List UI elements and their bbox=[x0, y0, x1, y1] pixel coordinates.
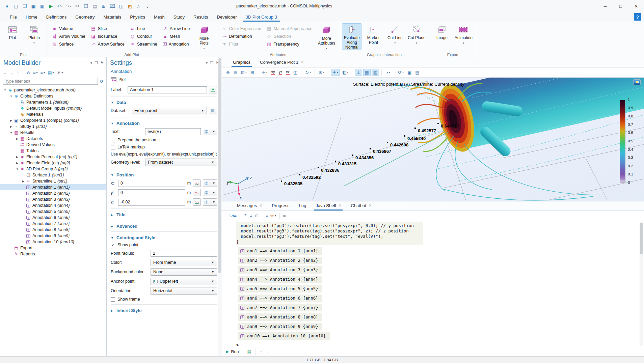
ribbon-tab-geometry[interactable]: Geometry bbox=[71, 12, 99, 22]
tree-item-results[interactable]: ▼▦Results bbox=[0, 130, 106, 136]
tree-item-annotation-8[interactable]: TAnnotation 8{ann8} bbox=[0, 227, 106, 233]
save-icon[interactable]: ▣ bbox=[30, 2, 37, 10]
expand-up-icon[interactable]: ⇡ bbox=[243, 213, 247, 218]
tree-item-materials[interactable]: ◉Materials bbox=[0, 111, 106, 117]
expander-open-icon[interactable]: ▼ bbox=[3, 89, 7, 92]
ribbon-tab-results[interactable]: Results bbox=[189, 12, 212, 22]
history-down-icon[interactable]: ↓ bbox=[266, 350, 268, 354]
y-expression-split-button[interactable]: ▼ bbox=[203, 189, 217, 196]
tree-item-3d-plot-group-3[interactable]: ▼■3D Plot Group 3{pg3} bbox=[0, 166, 106, 172]
annotation-button[interactable]: TAnnotation bbox=[160, 42, 192, 47]
tree-item-annotation-4[interactable]: TAnnotation 4{ann4} bbox=[0, 202, 106, 208]
dataset-select[interactable]: From parent▼ bbox=[132, 107, 207, 114]
filter-icon[interactable]: ▼▾ bbox=[56, 70, 63, 75]
panel-menu-icon[interactable]: ▾ bbox=[206, 61, 208, 65]
command-list-icon[interactable]: ▤ bbox=[247, 349, 251, 354]
console-tab-log[interactable]: Log bbox=[295, 203, 311, 211]
close-icon[interactable]: ✕ bbox=[259, 203, 262, 208]
z-range-button[interactable] bbox=[193, 198, 201, 206]
show-values-icon[interactable]: a= bbox=[232, 213, 237, 218]
java-shell-output[interactable]: model.result("pg3").feature(tag).set("po… bbox=[222, 221, 639, 347]
panel-float-icon[interactable]: ❐ bbox=[210, 61, 213, 65]
zoom-in-icon[interactable]: ⊕ bbox=[225, 69, 231, 76]
contour-button[interactable]: ◎Contour bbox=[128, 34, 160, 39]
transparency-button[interactable]: ▥Transparency bbox=[264, 41, 315, 47]
tree-item-tables[interactable]: ▦Tables bbox=[0, 148, 106, 154]
console-tab-java-shell[interactable]: Java Shell✕ bbox=[312, 203, 345, 211]
volume-button[interactable]: ■Volume bbox=[50, 26, 88, 31]
tree-item-datasets[interactable]: ▶▦Datasets bbox=[0, 136, 106, 142]
move-down-icon[interactable]: ↓ bbox=[22, 70, 24, 75]
plot-button[interactable]: Plot bbox=[3, 23, 22, 50]
ribbon-tab-mesh[interactable]: Mesh bbox=[150, 12, 169, 22]
animation-button[interactable]: Animation▾ bbox=[454, 23, 473, 50]
print-icon[interactable]: ▤ bbox=[414, 69, 421, 76]
arrow-surface-button[interactable]: ↗Arrow Surface bbox=[88, 41, 127, 47]
panel-menu-icon[interactable]: ▾ bbox=[90, 61, 92, 65]
show-color-legend-icon[interactable]: ▥ bbox=[372, 69, 379, 76]
deselect-icon[interactable]: ◩ bbox=[126, 2, 134, 10]
go-to-default-view-icon[interactable]: ✛▾ bbox=[261, 69, 269, 76]
latex-markup-checkbox[interactable]: LaTeX markup bbox=[111, 145, 217, 149]
show-icon[interactable]: ⊙ bbox=[27, 70, 30, 75]
snapshot-icon[interactable]: ▣ bbox=[406, 69, 413, 76]
text-expression-split-button[interactable]: ▼ bbox=[203, 128, 217, 135]
shell-prompt[interactable]: > bbox=[236, 342, 639, 347]
tree-item-annotation-5[interactable]: TAnnotation 5{ann5} bbox=[0, 208, 106, 215]
tree-item-parameters-1[interactable]: PᵢParameters 1{default} bbox=[0, 99, 106, 105]
view-xz-icon[interactable]: xz bbox=[285, 70, 291, 75]
rotate-icon[interactable]: ↻▾ bbox=[304, 69, 312, 76]
perspective-icon[interactable]: ◫ bbox=[292, 69, 299, 76]
ribbon-tab-file[interactable]: File bbox=[5, 12, 21, 22]
cut-line-button[interactable]: Cut Line▾ bbox=[385, 23, 405, 50]
expand-all-icon[interactable]: ≡▾ bbox=[41, 70, 45, 75]
anchor-point-select[interactable]: Upper left▼ bbox=[151, 278, 217, 285]
tree-item-default-model-inputs[interactable]: ❖Default Model Inputs{cminpt} bbox=[0, 105, 106, 111]
section-inherit-style[interactable]: ▶ Inherit Style bbox=[111, 308, 217, 313]
tree-item-surface-1[interactable]: ❏Surface 1{surf1} bbox=[0, 172, 106, 178]
tree-item-annotation-1[interactable]: TAnnotation 1{ann1} bbox=[0, 184, 106, 190]
close-icon[interactable]: ✕ bbox=[369, 203, 372, 208]
undo-icon[interactable]: ↶▾ bbox=[56, 2, 63, 10]
preview-icon[interactable]: ⊙ bbox=[255, 213, 259, 218]
ribbon-tab-materials[interactable]: Materials bbox=[99, 12, 126, 22]
tree-item-export[interactable]: ⬒Export bbox=[0, 245, 106, 251]
z-input[interactable] bbox=[118, 199, 185, 206]
x-expression-split-button[interactable]: ▼ bbox=[203, 179, 217, 187]
back-icon[interactable]: ← bbox=[3, 70, 7, 75]
expander-closed-icon[interactable]: ▶ bbox=[9, 119, 14, 122]
line-button[interactable]: ▱Line bbox=[128, 26, 160, 31]
plot-canvas[interactable]: Surface: Electric potential (V) Streamli… bbox=[222, 78, 644, 201]
view-yz-icon[interactable]: yz bbox=[277, 70, 284, 75]
save-as-icon[interactable]: ▣ bbox=[38, 2, 46, 10]
evaluate-along-normal-button[interactable]: Evaluate Along Normal bbox=[342, 23, 361, 50]
panel-float-icon[interactable]: ❐ bbox=[95, 61, 98, 65]
surface-button[interactable]: ▨Surface bbox=[50, 41, 88, 47]
streamline-button[interactable]: ≈Streamline bbox=[128, 41, 160, 47]
cut-icon[interactable]: ✂ bbox=[74, 2, 81, 10]
console-tab-progress[interactable]: Progress bbox=[268, 203, 293, 211]
tree-item-annotation-2[interactable]: TAnnotation 2{ann2} bbox=[0, 190, 106, 196]
copy-icon[interactable]: ❐ bbox=[82, 2, 90, 10]
expander-open-icon[interactable]: ▼ bbox=[9, 95, 14, 98]
marker-point-button[interactable]: Marker Point bbox=[364, 23, 383, 50]
history-up-icon[interactable]: ↑ bbox=[260, 350, 262, 354]
stop-icon[interactable]: ■ bbox=[283, 213, 286, 218]
x-input[interactable] bbox=[118, 180, 185, 187]
graphics-tab-convergence-plot-1[interactable]: Convergence Plot 1✕ bbox=[256, 60, 308, 67]
redo-icon[interactable]: ↷▾ bbox=[65, 2, 72, 10]
close-icon[interactable]: ✕ bbox=[301, 60, 304, 64]
tree-item-electric-field-ec-[interactable]: ▶■Electric Field (ec){pg2} bbox=[0, 160, 106, 166]
tree-item-annotation-7[interactable]: TAnnotation 7{ann7} bbox=[0, 221, 106, 227]
tree-item-derived-values[interactable]: 8.85e-12Derived Values bbox=[0, 142, 106, 148]
scene-light-icon[interactable]: ✦▾ bbox=[331, 69, 340, 76]
tree-item-streamline-1[interactable]: ▶≈Streamline 1{str1} bbox=[0, 178, 106, 184]
deformation-button[interactable]: ↝Deformation bbox=[220, 34, 264, 39]
section-annotation[interactable]: ▼ Annotation bbox=[111, 121, 217, 126]
node-text-icon[interactable]: ▤▾ bbox=[48, 70, 54, 75]
y-range-button[interactable] bbox=[193, 189, 201, 196]
section-advanced[interactable]: ▶ Advanced bbox=[111, 224, 217, 229]
ribbon-tab-home[interactable]: Home bbox=[21, 12, 42, 22]
tree-item-annotation-6[interactable]: TAnnotation 6{ann6} bbox=[0, 215, 106, 221]
color-select[interactable]: From theme▼ bbox=[151, 259, 217, 266]
